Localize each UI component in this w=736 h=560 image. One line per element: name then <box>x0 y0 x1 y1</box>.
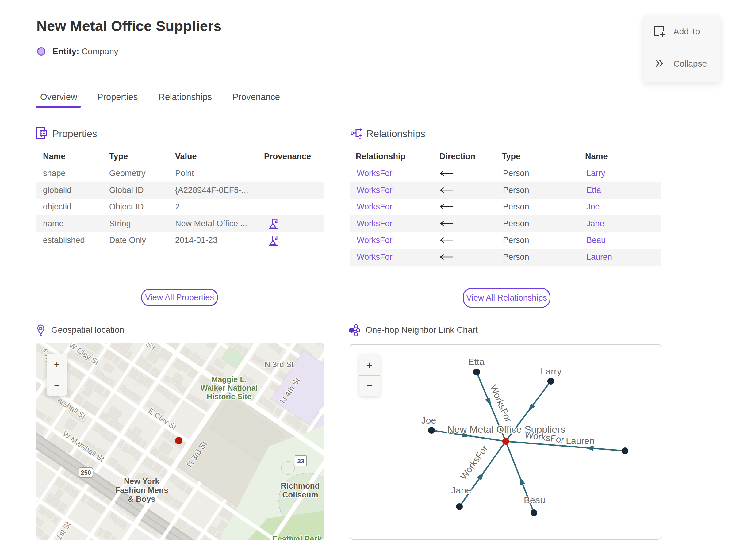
svg-text:Etta: Etta <box>468 357 485 367</box>
svg-text:Walker National: Walker National <box>201 384 258 392</box>
svg-text:Richmond: Richmond <box>281 481 320 490</box>
svg-text:Jane: Jane <box>451 485 471 495</box>
svg-text:Beau: Beau <box>524 495 545 505</box>
svg-text:Larry: Larry <box>541 366 562 376</box>
svg-text:Historic Site: Historic Site <box>207 392 251 401</box>
svg-text:& Boys: & Boys <box>128 494 155 504</box>
svg-text:Maggie L.: Maggie L. <box>211 375 247 384</box>
svg-text:WorksFor: WorksFor <box>488 383 514 424</box>
svg-text:Festival Park: Festival Park <box>273 534 322 540</box>
svg-text:Lauren: Lauren <box>566 436 594 446</box>
svg-text:New York: New York <box>124 477 160 486</box>
svg-text:Fashion Mens: Fashion Mens <box>115 485 168 495</box>
svg-text:Joe: Joe <box>421 415 436 425</box>
svg-text:250: 250 <box>81 469 91 476</box>
svg-text:33: 33 <box>297 458 304 465</box>
svg-text:WorksFor: WorksFor <box>458 443 490 481</box>
svg-text:Coliseum: Coliseum <box>282 490 318 499</box>
svg-text:N 3rd St: N 3rd St <box>264 360 294 369</box>
